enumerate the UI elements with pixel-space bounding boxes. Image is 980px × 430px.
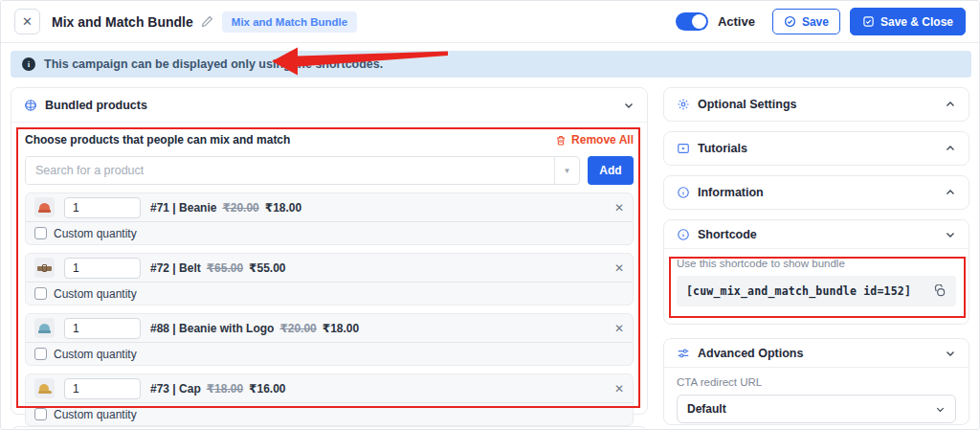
cta-redirect-label: CTA redirect URL [677, 376, 956, 388]
custom-quantity-checkbox[interactable] [34, 408, 47, 420]
custom-quantity-checkbox[interactable] [34, 227, 47, 239]
chevron-up-icon[interactable] [945, 143, 956, 154]
bundle-sphere-icon [24, 99, 37, 112]
chevron-up-icon[interactable] [945, 99, 956, 110]
advanced-options-title: Advanced Options [698, 347, 803, 360]
product-row: #71 | Beanie ₹20.00 ₹18.00 ✕ Custom quan… [25, 192, 634, 245]
quantity-input[interactable] [64, 197, 141, 218]
optional-settings-header[interactable]: Optional Settings [664, 88, 969, 121]
product-row: #88 | Beanie with Logo ₹20.00 ₹18.00 ✕ C… [25, 313, 634, 366]
tutorials-header[interactable]: Tutorials [664, 132, 969, 165]
chevron-down-icon [935, 404, 946, 415]
remove-all-label: Remove All [571, 133, 634, 147]
campaign-type-badge: Mix and Match Bundle [222, 11, 357, 33]
custom-quantity-checkbox[interactable] [34, 287, 47, 300]
next-section-stub [11, 426, 648, 430]
optional-settings-card: Optional Settings [663, 87, 969, 122]
bundled-products-title: Bundled products [45, 99, 147, 112]
product-price: ₹18.00 [323, 322, 359, 335]
save-button[interactable]: Save [772, 9, 840, 34]
product-old-price: ₹18.00 [207, 382, 243, 396]
product-name: #72 | Belt [150, 261, 201, 275]
chevron-down-icon[interactable] [623, 100, 635, 111]
tutorials-card: Tutorials [663, 131, 969, 166]
chevron-down-icon[interactable] [945, 229, 956, 240]
gear-icon [677, 98, 690, 111]
information-card: Information [663, 175, 969, 210]
shortcode-header[interactable]: Shortcode [664, 220, 969, 249]
chevron-down-icon[interactable] [945, 348, 956, 359]
product-search-wrap: ▼ [25, 156, 580, 185]
product-old-price: ₹20.00 [222, 201, 258, 215]
custom-quantity-checkbox[interactable] [34, 348, 47, 360]
product-row-bottom: Custom quantity [26, 402, 633, 425]
product-thumb [34, 197, 55, 217]
quantity-input[interactable] [64, 258, 141, 279]
product-label: #88 | Beanie with Logo ₹20.00 ₹18.00 [150, 322, 359, 335]
product-label: #73 | Cap ₹18.00 ₹16.00 [150, 382, 286, 396]
sliders-icon [677, 347, 690, 360]
bundled-products-body: Choose products that people can mix and … [11, 123, 647, 430]
custom-quantity-label: Custom quantity [54, 227, 137, 240]
custom-quantity-label: Custom quantity [54, 348, 137, 361]
product-label: #72 | Belt ₹65.00 ₹55.00 [150, 261, 286, 275]
save-and-close-button[interactable]: Save & Close [850, 8, 966, 35]
optional-settings-title: Optional Settings [698, 98, 796, 111]
product-row-top: #72 | Belt ₹65.00 ₹55.00 ✕ [26, 254, 633, 282]
save-check-icon [862, 15, 875, 28]
product-row: #72 | Belt ₹65.00 ₹55.00 ✕ Custom quanti… [25, 253, 634, 306]
product-name: #88 | Beanie with Logo [150, 322, 274, 335]
custom-quantity-label: Custom quantity [54, 408, 137, 421]
product-thumb [34, 378, 55, 398]
advanced-options-header[interactable]: Advanced Options [664, 339, 969, 368]
shortcode-info-banner: i This campaign can be displayed only us… [11, 51, 971, 78]
choose-products-row: Choose products that people can mix and … [25, 133, 634, 147]
search-dropdown-arrow[interactable]: ▼ [554, 157, 579, 184]
save-and-close-label: Save & Close [880, 15, 953, 29]
product-row-bottom: Custom quantity [26, 221, 633, 244]
tutorials-title: Tutorials [698, 142, 747, 155]
information-header[interactable]: Information [664, 176, 969, 209]
quantity-input[interactable] [64, 378, 141, 399]
trash-icon [555, 134, 567, 147]
add-product-button[interactable]: Add [588, 156, 634, 185]
save-button-label: Save [802, 15, 829, 29]
campaign-editor-page: ✕ Mix and Match Bundle Mix and Match Bun… [0, 0, 980, 430]
product-old-price: ₹20.00 [279, 322, 316, 335]
shortcode-help-text: Use this shortcode to show bundle [677, 258, 956, 269]
product-thumb [34, 258, 55, 278]
close-button[interactable]: ✕ [14, 9, 40, 34]
copy-icon[interactable] [933, 284, 947, 298]
remove-product-icon[interactable]: ✕ [614, 202, 624, 214]
cta-redirect-value: Default [687, 402, 726, 416]
banner-text: This campaign can be displayed only usin… [44, 57, 383, 71]
active-toggle[interactable] [676, 12, 708, 31]
product-old-price: ₹65.00 [207, 261, 243, 275]
bundled-products-header[interactable]: Bundled products [11, 88, 647, 123]
tutorial-video-icon [677, 142, 690, 155]
remove-all-button[interactable]: Remove All [555, 133, 634, 147]
remove-product-icon[interactable]: ✕ [614, 262, 624, 274]
custom-quantity-label: Custom quantity [54, 287, 137, 301]
product-row-bottom: Custom quantity [26, 282, 633, 305]
shortcode-value: [cuw_mix_and_match_bundle id=152] [686, 284, 911, 298]
shortcode-body: Use this shortcode to show bundle [cuw_m… [664, 249, 969, 315]
remove-product-icon[interactable]: ✕ [614, 383, 624, 395]
product-search-input[interactable] [26, 157, 554, 184]
chevron-up-icon[interactable] [945, 187, 956, 198]
product-row: #73 | Cap ₹18.00 ₹16.00 ✕ Custom quantit… [25, 373, 634, 426]
edit-title-icon[interactable] [201, 15, 213, 28]
product-price: ₹16.00 [249, 382, 285, 396]
product-thumb [34, 318, 55, 338]
header-actions: Active Save Save & Close [676, 8, 966, 35]
cta-redirect-select[interactable]: Default [677, 395, 956, 423]
toggle-knob [692, 14, 706, 29]
quantity-input[interactable] [64, 318, 141, 339]
shortcode-box: [cuw_mix_and_match_bundle id=152] [677, 276, 956, 306]
info-icon: i [22, 57, 35, 71]
remove-product-icon[interactable]: ✕ [614, 323, 624, 334]
product-price: ₹55.00 [249, 261, 285, 275]
product-name: #71 | Beanie [150, 201, 216, 215]
product-row-top: #73 | Cap ₹18.00 ₹16.00 ✕ [26, 374, 633, 402]
product-label: #71 | Beanie ₹20.00 ₹18.00 [150, 201, 301, 215]
